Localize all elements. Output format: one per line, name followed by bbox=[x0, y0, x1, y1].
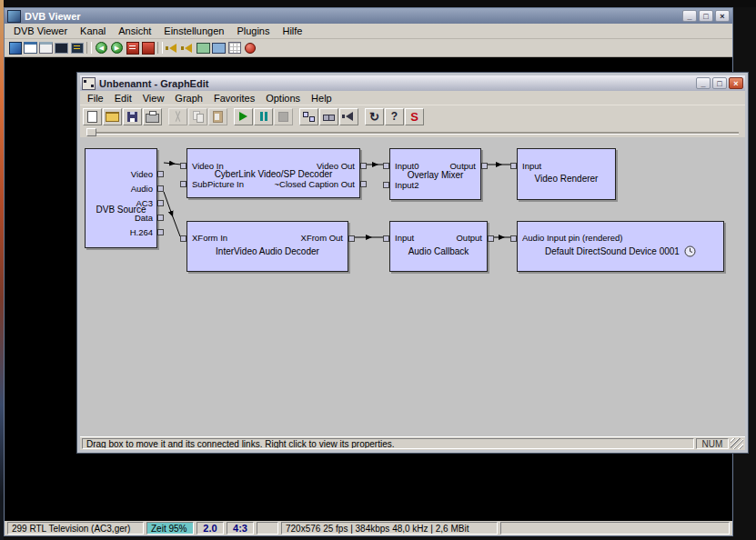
pin-h264-out[interactable] bbox=[157, 229, 164, 235]
volume-down-icon bbox=[169, 44, 176, 53]
connection-audio-to-decoder[interactable] bbox=[164, 192, 180, 236]
previous-channel-button[interactable]: ◀ bbox=[94, 41, 109, 55]
pin-label-audio-input: Audio Input pin (rendered) bbox=[522, 233, 622, 243]
minimize-button[interactable]: _ bbox=[682, 10, 697, 22]
pin-audio-out[interactable] bbox=[157, 185, 164, 192]
menu-item-view[interactable]: View bbox=[137, 93, 170, 104]
disconnect-pins-button[interactable] bbox=[319, 108, 338, 125]
filter-dvb-source[interactable]: DVB Source Video Audio AC3 Data H.264 bbox=[85, 148, 157, 248]
pin-subpicture-in[interactable] bbox=[180, 181, 186, 187]
tv-blue-icon bbox=[212, 43, 226, 54]
menu-item-graph[interactable]: Graph bbox=[169, 93, 208, 104]
menu-item-ansicht[interactable]: Ansicht bbox=[112, 25, 157, 37]
filter-video-renderer[interactable]: Input Video Renderer bbox=[517, 148, 616, 200]
recordings-icon bbox=[142, 42, 155, 55]
menu-item-favorites[interactable]: Favorites bbox=[208, 93, 260, 104]
menu-item-options[interactable]: Options bbox=[260, 93, 306, 104]
menu-item-file[interactable]: File bbox=[82, 93, 109, 104]
save-button[interactable] bbox=[123, 108, 142, 125]
pin-ac3-out[interactable] bbox=[157, 200, 164, 206]
close-button[interactable]: × bbox=[715, 10, 730, 22]
volume-down-button[interactable] bbox=[165, 41, 180, 55]
teletext-button[interactable] bbox=[69, 41, 85, 55]
tv-mode-button[interactable] bbox=[196, 41, 211, 55]
volume-up-button[interactable] bbox=[180, 41, 196, 55]
filter-name: CyberLink Video/SP Decoder bbox=[187, 169, 359, 179]
menu-item-dvbviewer[interactable]: DVB Viewer bbox=[7, 25, 74, 37]
next-channel-button[interactable]: ▶ bbox=[109, 41, 125, 55]
menu-item-plugins[interactable]: Plugins bbox=[230, 25, 276, 37]
stop-button[interactable] bbox=[274, 108, 293, 125]
pin-output[interactable] bbox=[481, 163, 488, 169]
graphedit-close-button[interactable]: × bbox=[729, 77, 743, 89]
pin-input0[interactable] bbox=[383, 163, 389, 169]
graphedit-titlebar[interactable]: Unbenannt - GraphEdit _ □ × bbox=[80, 75, 745, 91]
connect-pins-button[interactable] bbox=[299, 108, 318, 125]
graph-canvas[interactable]: DVB Source Video Audio AC3 Data H.264 Vi… bbox=[80, 137, 745, 436]
menu-item-kanal[interactable]: Kanal bbox=[74, 25, 112, 37]
pin-xform-in[interactable] bbox=[180, 235, 186, 242]
menu-item-einstellungen[interactable]: Einstellungen bbox=[157, 25, 230, 37]
pin-video-out[interactable] bbox=[360, 163, 367, 169]
graphspy-button[interactable]: S bbox=[405, 108, 424, 125]
pin-label-output: Output bbox=[456, 233, 482, 243]
render-media-button[interactable] bbox=[339, 108, 358, 125]
status-audio-mode: 2.0 bbox=[197, 522, 224, 535]
menu-item-edit[interactable]: Edit bbox=[109, 93, 137, 104]
filter-name-row: Default DirectSound Device 0001 bbox=[518, 245, 723, 257]
play-button[interactable] bbox=[234, 108, 253, 125]
disconnect-pins-icon bbox=[323, 112, 335, 122]
menu-item-hilfe[interactable]: Hilfe bbox=[276, 25, 308, 37]
app-button[interactable] bbox=[7, 41, 23, 55]
fullscreen-button[interactable] bbox=[54, 41, 69, 55]
help-icon: ? bbox=[391, 111, 398, 122]
recordings-button[interactable] bbox=[140, 41, 156, 55]
pin-closed-caption-out[interactable] bbox=[360, 181, 367, 187]
print-button[interactable] bbox=[143, 108, 162, 125]
status-empty bbox=[500, 522, 730, 535]
pin-xform-out[interactable] bbox=[348, 235, 355, 242]
video-mode-button[interactable] bbox=[211, 41, 227, 55]
seek-thumb[interactable] bbox=[86, 128, 96, 136]
print-icon bbox=[146, 114, 159, 123]
refresh-button[interactable]: ↻ bbox=[365, 108, 384, 125]
video-window-button[interactable] bbox=[23, 41, 38, 55]
graphedit-minimize-button[interactable]: _ bbox=[696, 77, 711, 89]
seek-groove[interactable] bbox=[86, 132, 739, 135]
pin-audio-input[interactable] bbox=[510, 235, 517, 242]
pin-output[interactable] bbox=[488, 235, 494, 242]
copy-button[interactable] bbox=[188, 108, 207, 125]
filter-intervideo-audio-decoder[interactable]: XForm In XFrom Out InterVideo Audio Deco… bbox=[186, 221, 348, 272]
filter-cyberlink-decoder[interactable]: Video In Video Out CyberLink Video/SP De… bbox=[186, 148, 360, 198]
pin-input2[interactable] bbox=[383, 182, 389, 188]
filter-name: Default DirectSound Device 0001 bbox=[545, 246, 680, 256]
dvbviewer-titlebar[interactable]: DVB Viewer _ □ × bbox=[5, 8, 732, 24]
pin-input[interactable] bbox=[383, 235, 389, 242]
pin-label-h264: H.264 bbox=[130, 227, 153, 237]
osd-window-button[interactable] bbox=[38, 41, 54, 55]
seek-bar[interactable] bbox=[80, 127, 745, 137]
maximize-button[interactable]: □ bbox=[699, 10, 713, 22]
pin-video-in[interactable] bbox=[180, 163, 186, 169]
resize-grip[interactable] bbox=[731, 438, 743, 449]
filter-overlay-mixer[interactable]: Input0 Output Overlay Mixer Input2 bbox=[389, 148, 481, 200]
menu-item-help[interactable]: Help bbox=[306, 93, 338, 104]
open-button[interactable] bbox=[103, 108, 122, 125]
paste-button[interactable] bbox=[208, 108, 227, 125]
channel-list-button[interactable] bbox=[125, 41, 140, 55]
new-button[interactable] bbox=[83, 108, 102, 125]
connection-video-to-decoder[interactable] bbox=[164, 163, 181, 165]
cut-button[interactable] bbox=[168, 108, 187, 125]
pin-data-out[interactable] bbox=[157, 215, 164, 221]
help-button[interactable]: ? bbox=[385, 108, 404, 125]
pause-button[interactable] bbox=[254, 108, 273, 125]
pause-icon bbox=[260, 112, 267, 121]
graphedit-maximize-button[interactable]: □ bbox=[712, 77, 727, 89]
pin-label-subpicture-in: SubPicture In bbox=[192, 179, 244, 189]
pin-video-out[interactable] bbox=[157, 171, 164, 177]
filter-directsound-device[interactable]: Audio Input pin (rendered) Default Direc… bbox=[517, 221, 724, 272]
filter-audio-callback[interactable]: Input Output Audio Callback bbox=[389, 221, 488, 272]
epg-button[interactable] bbox=[227, 41, 242, 55]
record-button[interactable] bbox=[242, 41, 257, 55]
pin-input[interactable] bbox=[510, 163, 517, 169]
